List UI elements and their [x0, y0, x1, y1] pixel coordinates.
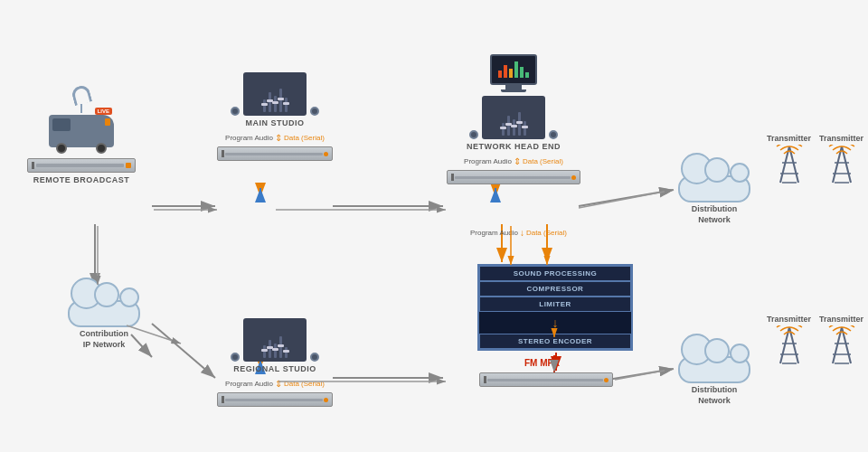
transmitter2-top: Transmitter [819, 134, 863, 186]
network-head-end-node: NETWORK HEAD END Program Audio ⇕ Data (S… [447, 54, 580, 184]
main-studio-label: MAIN STUDIO [246, 118, 305, 127]
contribution-ip-node: Contribution IP Network [63, 280, 145, 350]
processing-box: SOUND PROCESSING COMPRESSOR LIMITER ↓ ST… [477, 264, 633, 351]
regional-data-serial-label: Data (Serial) [284, 380, 325, 388]
sound-processing-label: SOUND PROCESSING [479, 266, 631, 281]
main-studio-node: MAIN STUDIO Program Audio ⇕ Data (Serial… [217, 72, 333, 161]
limiter-label: LIMITER [479, 297, 631, 312]
head-end-down-labels: Program Audio ↓ Data (Serial) [470, 228, 567, 238]
fm-mpx-label: FM MPX [524, 358, 560, 368]
contribution-ip-line2: IP Network [63, 340, 145, 351]
network-head-end-label: NETWORK HEAD END [467, 142, 561, 151]
distribution-bottom-line1: Distribution [674, 385, 755, 396]
distribution-network-top: Distribution Network [674, 155, 755, 225]
live-badge: LIVE [95, 108, 112, 115]
svg-line-7 [579, 190, 674, 206]
distribution-top-line1: Distribution [674, 204, 755, 215]
transmitter1-bottom: Transmitter [767, 315, 811, 367]
svg-line-9 [152, 324, 215, 378]
head-data-serial-label: Data (Serial) [523, 157, 563, 165]
compressor-label: COMPRESSOR [479, 281, 631, 297]
svg-line-56 [615, 369, 674, 380]
contribution-ip-line1: Contribution [63, 329, 145, 340]
transmitter1-top: Transmitter [767, 134, 811, 186]
head-program-audio-label: Program Audio [464, 157, 512, 165]
regional-studio-node: REGIONAL STUDIO Program Audio ⇕ Data (Se… [217, 318, 333, 407]
main-program-audio-label: Program Audio [225, 134, 273, 142]
bottom-rack-unit [479, 372, 613, 387]
distribution-network-bottom: Distribution Network [674, 336, 755, 406]
remote-broadcast-node: LIVE REMOTE BROADCAST [27, 86, 136, 184]
regional-studio-label: REGIONAL STUDIO [233, 364, 316, 373]
diagram: LIVE REMOTE BROADCAST [0, 0, 868, 452]
distribution-bottom-line2: Network [674, 396, 755, 407]
distribution-top-line2: Network [674, 215, 755, 226]
svg-line-48 [579, 190, 674, 208]
remote-broadcast-label: REMOTE BROADCAST [33, 175, 130, 184]
main-data-serial-label: Data (Serial) [284, 134, 325, 142]
transmitter2-bottom: Transmitter [819, 315, 863, 367]
stereo-encoder-label: STEREO ENCODER [479, 334, 631, 349]
regional-program-audio-label: Program Audio [225, 380, 273, 388]
